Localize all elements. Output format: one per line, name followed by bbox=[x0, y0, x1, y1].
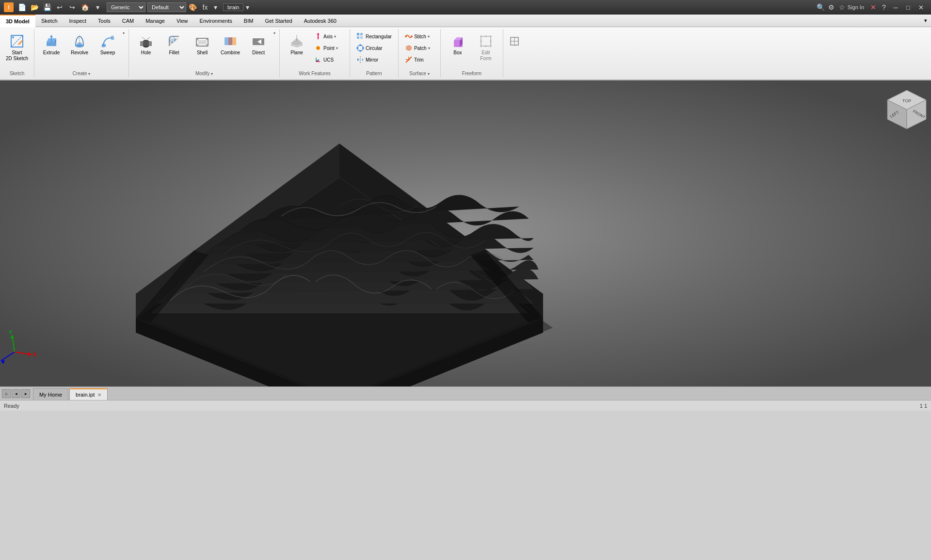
circular-icon bbox=[356, 44, 364, 52]
menu-tab-3dmodel[interactable]: 3D Model bbox=[0, 15, 35, 27]
direct-button[interactable]: Direct bbox=[245, 31, 272, 66]
model-viewport[interactable]: TOP LEFT FRONT X Y Z bbox=[0, 80, 931, 386]
menu-extra[interactable]: ▾ bbox=[920, 17, 931, 24]
material-btn[interactable]: 🎨 bbox=[186, 2, 199, 13]
point-label: Point bbox=[323, 46, 335, 51]
status-coords: 1 1 bbox=[920, 403, 927, 409]
qa-dropdown[interactable]: ▾ bbox=[92, 2, 103, 13]
redo-button[interactable]: ↪ bbox=[67, 2, 78, 13]
undo-button[interactable]: ↩ bbox=[54, 2, 65, 13]
menu-tab-view[interactable]: View bbox=[171, 15, 194, 27]
fx-btn[interactable]: fx bbox=[199, 2, 211, 13]
svg-rect-17 bbox=[143, 41, 149, 46]
quick-access-toolbar: 📄 📂 💾 ↩ ↪ 🏠 ▾ bbox=[16, 2, 103, 13]
hole-icon bbox=[138, 33, 154, 49]
help-button[interactable]: ? bbox=[879, 2, 889, 13]
plane-button[interactable]: Plane bbox=[284, 31, 310, 66]
point-button[interactable]: Point ▾ bbox=[312, 43, 346, 53]
pattern-col: Rectangular Circular bbox=[354, 31, 394, 65]
mirror-button[interactable]: Mirror bbox=[354, 54, 394, 65]
create-more-arrow[interactable]: ▾ bbox=[123, 31, 125, 35]
extrude-button[interactable]: Extrude bbox=[38, 31, 64, 66]
file-name-display: brain bbox=[223, 3, 243, 11]
menu-tab-sketch[interactable]: Sketch bbox=[35, 15, 64, 27]
svg-marker-51 bbox=[357, 58, 359, 61]
fillet-button[interactable]: Fillet bbox=[161, 31, 187, 66]
minimize-button[interactable]: ─ bbox=[889, 2, 902, 12]
direct-icon bbox=[251, 33, 266, 49]
maximize-button[interactable]: □ bbox=[902, 2, 915, 12]
menu-tab-environments[interactable]: Environments bbox=[194, 15, 238, 27]
svg-rect-41 bbox=[357, 33, 359, 35]
trim-icon bbox=[405, 56, 413, 64]
workspace-select[interactable]: Generic bbox=[107, 2, 145, 12]
tab-close-brain[interactable]: ✕ bbox=[97, 392, 101, 398]
ribbon-section-surface: Stitch ▾ Patch ▾ bbox=[399, 29, 441, 78]
menu-tab-tools[interactable]: Tools bbox=[92, 15, 116, 27]
revolve-button[interactable]: Revolve bbox=[66, 31, 93, 66]
ribbon-section-surface-label: Surface ▾ bbox=[402, 71, 436, 78]
close-button[interactable]: ✕ bbox=[915, 2, 927, 12]
plane-icon bbox=[289, 33, 305, 49]
combine-icon bbox=[223, 33, 238, 49]
star-button[interactable]: ☆ bbox=[837, 2, 848, 13]
style-select[interactable]: Default bbox=[147, 2, 186, 12]
sketch-icon bbox=[9, 33, 25, 49]
stitch-icon bbox=[405, 32, 413, 40]
tab-scroll-left[interactable]: ◂ bbox=[12, 389, 20, 398]
svg-marker-52 bbox=[361, 58, 363, 61]
circular-button[interactable]: Circular bbox=[354, 43, 394, 53]
open-button[interactable]: 📂 bbox=[29, 2, 40, 13]
search-button[interactable]: 🔍 bbox=[816, 2, 826, 13]
ribbon-section-freeform-label: Freeform bbox=[445, 71, 499, 78]
sign-in-button[interactable]: Sign In bbox=[848, 4, 864, 10]
close-x-button[interactable]: ✕ bbox=[868, 2, 879, 13]
svg-rect-44 bbox=[360, 36, 363, 39]
viewport-container: TOP LEFT FRONT X Y Z bbox=[0, 80, 931, 386]
start-2d-sketch-button[interactable]: Start2D Sketch bbox=[4, 31, 30, 66]
shell-button[interactable]: Shell bbox=[189, 31, 215, 66]
trim-button[interactable]: Trim bbox=[402, 54, 436, 65]
modify-more-arrow[interactable]: ▾ bbox=[273, 31, 275, 35]
status-text: Ready bbox=[4, 403, 920, 409]
menu-tab-autodesk360[interactable]: Autodesk 360 bbox=[298, 15, 342, 27]
save-button[interactable]: 💾 bbox=[42, 2, 52, 13]
tab-scroll-right[interactable]: ▸ bbox=[21, 389, 30, 398]
ucs-button[interactable]: UCS bbox=[312, 54, 346, 65]
tab-brainipt-label: brain.ipt bbox=[76, 392, 95, 398]
circular-label: Circular bbox=[366, 46, 382, 51]
hole-button[interactable]: Hole bbox=[133, 31, 159, 66]
menu-tab-bim[interactable]: BIM bbox=[238, 15, 259, 27]
svg-point-70 bbox=[480, 40, 482, 42]
patch-button[interactable]: Patch ▾ bbox=[402, 43, 436, 53]
menu-tab-inspect[interactable]: Inspect bbox=[64, 15, 92, 27]
sweep-button[interactable]: Sweep bbox=[95, 31, 121, 66]
home-button[interactable]: 🏠 bbox=[80, 2, 90, 13]
svg-rect-13 bbox=[111, 36, 114, 40]
menu-tab-cam[interactable]: CAM bbox=[116, 15, 140, 27]
box-button[interactable]: Box bbox=[445, 31, 471, 66]
edit-form-button[interactable]: EditForm bbox=[473, 31, 499, 66]
tab-myhome[interactable]: My Home bbox=[33, 388, 68, 400]
menu-tab-manage[interactable]: Manage bbox=[140, 15, 171, 27]
svg-rect-29 bbox=[228, 37, 232, 45]
svg-point-46 bbox=[359, 44, 361, 46]
svg-rect-43 bbox=[357, 36, 359, 39]
menu-tab-getstarted[interactable]: Get Started bbox=[259, 15, 298, 27]
axis-button[interactable]: Axis ▾ bbox=[312, 31, 346, 42]
tab-home-icon[interactable]: ⌂ bbox=[2, 389, 11, 398]
new-button[interactable]: 📄 bbox=[16, 2, 27, 13]
svg-point-53 bbox=[405, 35, 407, 37]
settings-panel-button[interactable] bbox=[507, 31, 522, 66]
svg-point-65 bbox=[490, 35, 492, 37]
patch-label: Patch bbox=[414, 46, 427, 51]
stitch-button[interactable]: Stitch ▾ bbox=[402, 31, 436, 42]
arrow-btn[interactable]: ▾ bbox=[211, 2, 219, 13]
file-arrow-btn[interactable]: ▾ bbox=[243, 2, 251, 13]
settings-button[interactable]: ⚙ bbox=[826, 2, 837, 13]
svg-point-67 bbox=[490, 45, 492, 47]
tab-brainipt[interactable]: brain.ipt ✕ bbox=[69, 388, 108, 400]
svg-point-71 bbox=[490, 40, 492, 42]
rectangular-button[interactable]: Rectangular bbox=[354, 31, 394, 42]
combine-button[interactable]: Combine bbox=[217, 31, 243, 66]
